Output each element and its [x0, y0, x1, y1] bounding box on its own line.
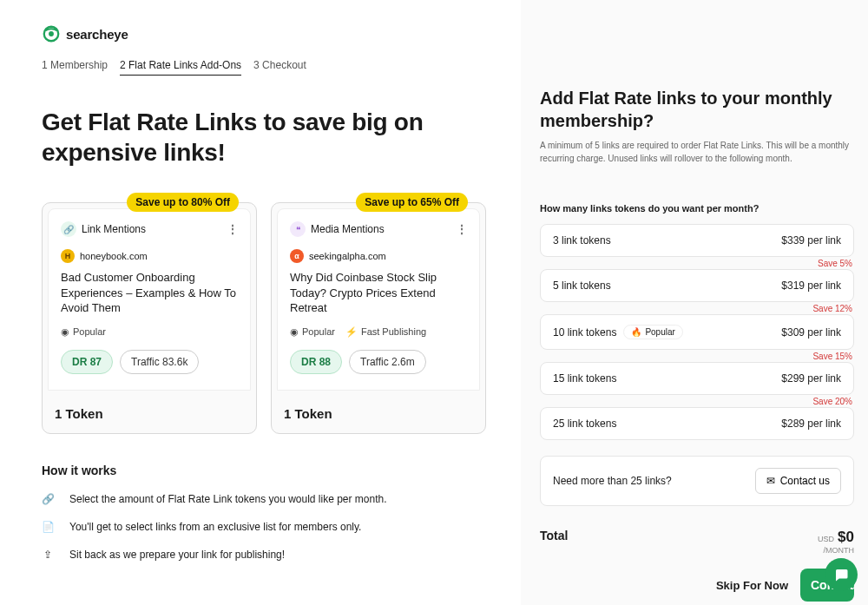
- how-it-works-step: 🔗 Select the amount of Flat Rate Link to…: [42, 493, 486, 505]
- favicon: α: [290, 249, 304, 263]
- per-month-label: /MONTH: [818, 546, 854, 555]
- svg-point-1: [49, 31, 54, 36]
- chat-icon: [833, 567, 849, 582]
- save-badge: Save up to 80% Off: [127, 193, 239, 212]
- logo-icon: [42, 24, 61, 43]
- tag-popular: Popular: [73, 326, 106, 337]
- how-it-works-title: How it works: [42, 464, 486, 477]
- contact-us-button[interactable]: ✉ Contact us: [755, 468, 841, 494]
- contact-prompt: Need more than 25 links?: [553, 475, 672, 487]
- save-tag: Save 20%: [812, 397, 852, 406]
- right-pane-title: Add Flat Rate links to your monthly memb…: [540, 87, 854, 132]
- breadcrumb-step-1[interactable]: 1 Membership: [42, 59, 108, 76]
- contact-us-box: Need more than 25 links? ✉ Contact us: [540, 456, 854, 506]
- dr-pill: DR 88: [290, 350, 342, 374]
- page-title: Get Flat Rate Links to save big on expen…: [42, 107, 486, 168]
- tag-popular: Popular: [302, 326, 335, 337]
- more-icon[interactable]: ⋮: [456, 224, 467, 234]
- more-icon[interactable]: ⋮: [227, 224, 238, 234]
- how-it-works-step: 📄 You'll get to select links from an exc…: [42, 521, 486, 533]
- total-amount: $0: [838, 529, 854, 545]
- save-tag: Save 5%: [818, 259, 852, 268]
- token-option-25[interactable]: 25 link tokens $289 per link: [540, 407, 854, 440]
- preview-card-media-mentions: Save up to 65% Off ❝ Media Mentions ⋮ α …: [271, 202, 486, 434]
- token-option-10[interactable]: 10 link tokens 🔥Popular $309 per link: [540, 314, 854, 350]
- save-tag: Save 15%: [812, 352, 852, 361]
- fire-icon: 🔥: [631, 327, 641, 337]
- options-label: How many links tokens do you want per mo…: [540, 203, 854, 214]
- traffic-pill: Traffic 83.6k: [120, 350, 199, 374]
- right-pane-subtitle: A minimum of 5 links are required to ord…: [540, 139, 854, 165]
- logo[interactable]: searcheye: [42, 24, 486, 43]
- token-option-5[interactable]: 5 link tokens $319 per link: [540, 269, 854, 302]
- logo-text: searcheye: [66, 27, 128, 42]
- list-icon: 📄: [42, 521, 54, 533]
- skip-button[interactable]: Skip For Now: [716, 579, 788, 592]
- publish-icon: ⇪: [42, 549, 54, 561]
- popular-badge: 🔥Popular: [623, 325, 682, 339]
- token-option-3[interactable]: 3 link tokens $339 per link: [540, 224, 854, 257]
- popular-icon: ◉: [61, 326, 69, 338]
- chat-widget[interactable]: [825, 558, 858, 591]
- currency-label: USD: [818, 535, 834, 543]
- preview-card-link-mentions: Save up to 80% Off 🔗 Link Mentions ⋮ H h…: [42, 202, 257, 434]
- favicon: H: [61, 249, 75, 263]
- save-badge: Save up to 65% Off: [356, 193, 468, 212]
- breadcrumb: 1 Membership 2 Flat Rate Links Add-Ons 3…: [42, 59, 486, 76]
- traffic-pill: Traffic 2.6m: [349, 350, 426, 374]
- tag-fast: Fast Publishing: [361, 326, 426, 337]
- envelope-icon: ✉: [766, 475, 775, 487]
- token-count: 1 Token: [272, 396, 485, 433]
- card-type-label: Link Mentions: [82, 223, 146, 235]
- popular-icon: ◉: [290, 326, 299, 338]
- link-icon: 🔗: [61, 221, 76, 237]
- card-type-label: Media Mentions: [311, 223, 385, 235]
- save-tag: Save 12%: [812, 304, 852, 313]
- article-title: Bad Customer Onboarding Experiences – Ex…: [61, 270, 238, 316]
- breadcrumb-step-3[interactable]: 3 Checkout: [253, 59, 306, 76]
- how-it-works-step: ⇪ Sit back as we prepare your link for p…: [42, 549, 486, 561]
- lightning-icon: ⚡: [345, 326, 358, 338]
- token-count: 1 Token: [43, 396, 256, 433]
- article-title: Why Did Coinbase Stock Slip Today? Crypt…: [290, 270, 467, 316]
- breadcrumb-step-2[interactable]: 2 Flat Rate Links Add-Ons: [120, 59, 241, 76]
- dr-pill: DR 87: [61, 350, 113, 374]
- token-option-15[interactable]: 15 link tokens $299 per link: [540, 362, 854, 395]
- link-icon: 🔗: [42, 493, 54, 505]
- total-label: Total: [540, 529, 568, 543]
- quote-icon: ❝: [290, 221, 306, 237]
- site-domain: seekingalpha.com: [309, 251, 386, 261]
- site-domain: honeybook.com: [80, 251, 148, 261]
